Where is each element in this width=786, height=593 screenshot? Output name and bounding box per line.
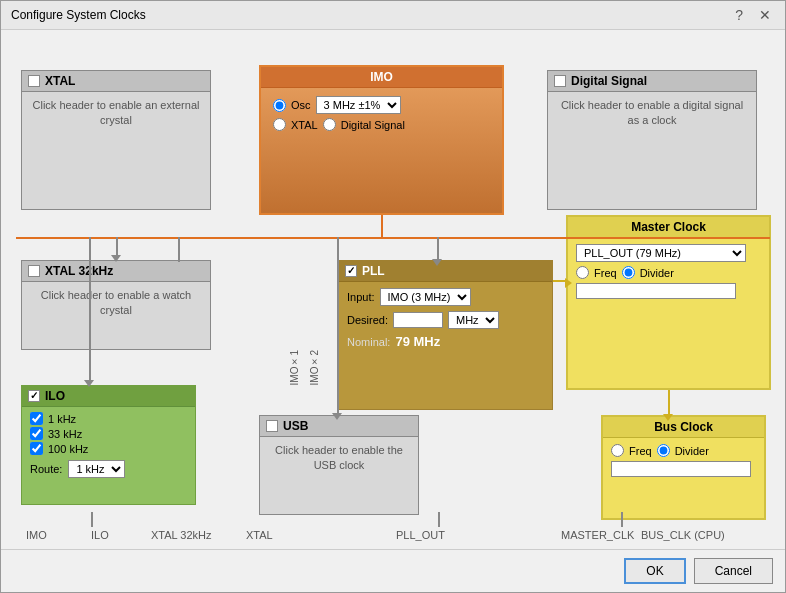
xtal-body: Click header to enable an external cryst… [22, 92, 210, 135]
master-dropdown-row: PLL_OUT (79 MHz) [576, 244, 761, 262]
xtal-description: Click header to enable an external cryst… [33, 99, 200, 126]
pll-header[interactable]: PLL [339, 261, 552, 282]
bus-clock-body: Freq Divider 1 [603, 438, 764, 487]
pll-block: PLL Input: IMO (3 MHz) Desired: 79 MHz [338, 260, 553, 410]
master-divider-input[interactable]: 1 [576, 283, 736, 299]
imo1-label: IMO×1 [289, 350, 300, 385]
ilo-1khz-label: 1 kHz [48, 413, 76, 425]
master-freq-label: Freq [594, 267, 617, 279]
master-divider-row: 1 [576, 283, 761, 299]
label-xtal32: XTAL 32kHz [151, 529, 212, 541]
ilo-route-select[interactable]: 1 kHz [68, 460, 125, 478]
imo-osc-row: Osc 3 MHz ±1% [273, 96, 490, 114]
pll-desired-label: Desired: [347, 314, 388, 326]
pll-nominal-label: Nominal: [347, 336, 390, 348]
ilo-100khz-label: 100 kHz [48, 443, 88, 455]
bus-clock-label: Bus Clock [654, 420, 713, 434]
digital-header[interactable]: Digital Signal [548, 71, 756, 92]
pll-checkbox[interactable] [345, 265, 357, 277]
bus-clock-header: Bus Clock [603, 417, 764, 438]
ilo-33khz-row: 33 kHz [30, 426, 187, 441]
imo-block: IMO Osc 3 MHz ±1% XTAL Digital Signal [259, 65, 504, 215]
imo-sources-row: XTAL Digital Signal [273, 118, 490, 131]
arrow-master [565, 278, 572, 288]
digital-label: Digital Signal [571, 74, 647, 88]
bus-mode-row: Freq Divider [611, 444, 756, 457]
pll-nominal-value: 79 MHz [395, 334, 440, 349]
ilo-1khz-checkbox[interactable] [30, 412, 43, 425]
digital-body: Click header to enable a digital signal … [548, 92, 756, 135]
ilo-33khz-checkbox[interactable] [30, 427, 43, 440]
arrow-ilo [84, 380, 94, 387]
imo-body: Osc 3 MHz ±1% XTAL Digital Signal [261, 88, 502, 143]
title-bar-controls: ? ✕ [731, 7, 775, 23]
label-imo: IMO [26, 529, 47, 541]
ilo-checkbox[interactable] [28, 390, 40, 402]
xtal32-block: XTAL 32kHz Click header to enable a watc… [21, 260, 211, 350]
pll-label: PLL [362, 264, 385, 278]
label-xtal: XTAL [246, 529, 273, 541]
xtal-block: XTAL Click header to enable an external … [21, 70, 211, 210]
bus-freq-radio[interactable] [611, 444, 624, 457]
bus-divider-label: Divider [675, 445, 709, 457]
ok-button[interactable]: OK [624, 558, 685, 584]
xtal-header[interactable]: XTAL [22, 71, 210, 92]
imo-osc-radio[interactable] [273, 99, 286, 112]
usb-block: USB Click header to enable the USB clock [259, 415, 419, 515]
bus-divider-radio[interactable] [657, 444, 670, 457]
arrow-pll [432, 259, 442, 266]
usb-wire [337, 237, 339, 415]
xtal32-header[interactable]: XTAL 32kHz [22, 261, 210, 282]
ilo-100khz-row: 100 kHz [30, 441, 187, 456]
ilo-down-wire [89, 237, 91, 382]
imo-header: IMO [261, 67, 502, 88]
ilo-100khz-checkbox[interactable] [30, 442, 43, 455]
xtal32-connect [178, 237, 180, 262]
pll-input-select[interactable]: IMO (3 MHz) [380, 288, 471, 306]
bus-divider-row: 1 [611, 461, 756, 477]
imo-osc-label: Osc [291, 99, 311, 111]
label-ilo: ILO [91, 529, 109, 541]
cancel-button[interactable]: Cancel [694, 558, 773, 584]
master-divider-label: Divider [640, 267, 674, 279]
arrow-bus [663, 414, 673, 421]
usb-body: Click header to enable the USB clock [260, 437, 418, 480]
master-divider-radio[interactable] [622, 266, 635, 279]
main-bus-line [16, 237, 770, 239]
imo-xtal-radio[interactable] [273, 118, 286, 131]
pll-input-label: Input: [347, 291, 375, 303]
pll-desired-input[interactable]: 79 [393, 312, 443, 328]
master-clock-select[interactable]: PLL_OUT (79 MHz) [576, 244, 746, 262]
xtal-checkbox[interactable] [28, 75, 40, 87]
imo-xtal-label: XTAL [291, 119, 318, 131]
dialog-title: Configure System Clocks [11, 8, 146, 22]
main-content: XTAL Click header to enable an external … [1, 30, 785, 549]
ilo-block: ILO 1 kHz 33 kHz 100 kHz Route: [21, 385, 196, 505]
bus-divider-input[interactable]: 1 [611, 461, 751, 477]
ilo-body: 1 kHz 33 kHz 100 kHz Route: 1 kHz [22, 407, 195, 482]
usb-label: USB [283, 419, 308, 433]
usb-checkbox[interactable] [266, 420, 278, 432]
help-button[interactable]: ? [731, 7, 747, 23]
imo-osc-select[interactable]: 3 MHz ±1% [316, 96, 401, 114]
dialog-footer: OK Cancel [1, 549, 785, 592]
ilo-1khz-row: 1 kHz [30, 411, 187, 426]
master-clock-label: Master Clock [631, 220, 706, 234]
title-bar: Configure System Clocks ? ✕ [1, 1, 785, 30]
master-clock-block: Master Clock PLL_OUT (79 MHz) Freq Divid… [566, 215, 771, 390]
digital-checkbox[interactable] [554, 75, 566, 87]
pll-form: Input: IMO (3 MHz) Desired: 79 MHz Nomin… [339, 282, 552, 360]
digital-description: Click header to enable a digital signal … [561, 99, 743, 126]
ilo-route-row: Route: 1 kHz [30, 460, 187, 478]
bus-freq-label: Freq [629, 445, 652, 457]
label-bus-clk: BUS_CLK (CPU) [641, 529, 725, 541]
master-freq-radio[interactable] [576, 266, 589, 279]
imo-digital-radio[interactable] [323, 118, 336, 131]
close-button[interactable]: ✕ [755, 7, 775, 23]
xtal32-checkbox[interactable] [28, 265, 40, 277]
ilo-label: ILO [45, 389, 65, 403]
pll-input-row: Input: IMO (3 MHz) [347, 288, 544, 306]
pll-unit-select[interactable]: MHz [448, 311, 499, 329]
ilo-header[interactable]: ILO [22, 386, 195, 407]
xtal-label: XTAL [45, 74, 75, 88]
